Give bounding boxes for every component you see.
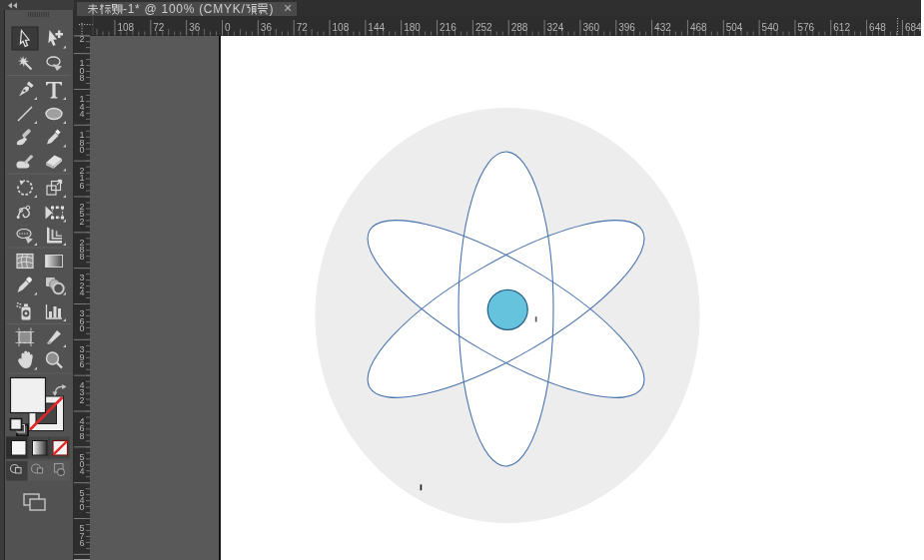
- svg-text:144: 144: [368, 22, 385, 33]
- svg-text:8: 8: [79, 252, 84, 262]
- svg-text:612: 612: [833, 22, 850, 33]
- svg-text:4: 4: [79, 109, 84, 119]
- svg-text:540: 540: [762, 22, 779, 33]
- svg-text:648: 648: [869, 22, 886, 33]
- svg-text:72: 72: [297, 22, 309, 33]
- svg-text:432: 432: [654, 22, 671, 33]
- svg-text:6: 6: [79, 181, 84, 191]
- svg-text:2: 2: [79, 217, 84, 227]
- svg-text:504: 504: [726, 22, 743, 33]
- svg-text:468: 468: [690, 22, 707, 33]
- svg-text:8: 8: [79, 73, 84, 83]
- svg-text:36: 36: [261, 22, 273, 33]
- svg-text:108: 108: [117, 22, 134, 33]
- svg-text:0: 0: [79, 502, 84, 512]
- svg-text:108: 108: [333, 22, 350, 33]
- svg-text:4: 4: [79, 466, 84, 476]
- svg-text:288: 288: [511, 22, 528, 33]
- svg-text:0: 0: [225, 22, 231, 33]
- svg-text:36: 36: [189, 22, 201, 33]
- svg-text:684: 684: [905, 22, 921, 33]
- svg-text:396: 396: [618, 22, 635, 33]
- svg-text:8: 8: [79, 431, 84, 441]
- svg-text:576: 576: [797, 22, 814, 33]
- svg-text:0: 0: [79, 145, 84, 155]
- svg-text:6: 6: [79, 538, 84, 548]
- svg-text:6: 6: [79, 359, 84, 369]
- svg-text:2: 2: [79, 35, 84, 44]
- svg-text:216: 216: [440, 22, 457, 33]
- svg-text:4: 4: [79, 287, 84, 297]
- svg-text:324: 324: [547, 22, 564, 33]
- svg-text:252: 252: [475, 22, 492, 33]
- svg-text:2: 2: [79, 395, 84, 405]
- svg-text:72: 72: [153, 22, 165, 33]
- svg-text:360: 360: [582, 22, 599, 33]
- svg-text:0: 0: [79, 323, 84, 333]
- svg-text:180: 180: [404, 22, 421, 33]
